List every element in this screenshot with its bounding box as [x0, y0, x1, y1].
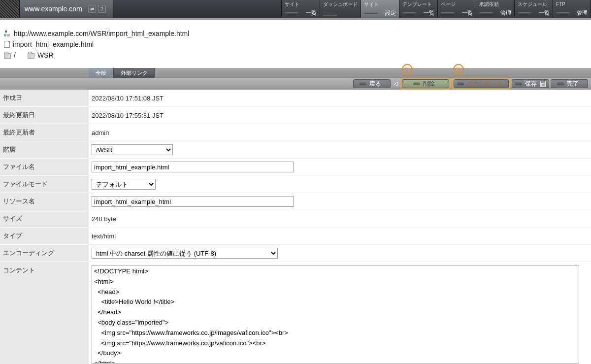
menu-top: 承認依頼: [479, 1, 511, 7]
menu-top: スケジュール: [518, 1, 550, 7]
label-filename: ファイル名: [0, 159, 89, 176]
button-label: 保存: [525, 80, 537, 88]
delete-button[interactable]: 削除: [402, 79, 449, 88]
menu-top: ダッシュボード: [323, 1, 358, 7]
button-indicator: [457, 82, 464, 85]
row-layer: 階層 /WSR: [0, 141, 591, 159]
menu-indicator: [364, 12, 378, 14]
row-encoding: エンコーディング html 中の charset 属性の値に従う (UTF-8): [0, 245, 591, 262]
filename-input[interactable]: [92, 162, 294, 172]
value-created: 2022/08/10 17:51:08 JST: [89, 90, 591, 107]
content-textarea[interactable]: [92, 265, 579, 364]
menu-bottom: 一覧: [539, 9, 550, 17]
row-size: サイズ 248 byte: [0, 210, 591, 228]
button-indicator: [557, 82, 564, 85]
file-name: import_html_example.html: [13, 40, 94, 48]
download-button[interactable]: ダウンロード: [454, 79, 509, 88]
menu-site-list[interactable]: サイト 一覧: [281, 0, 320, 18]
folder-icon: [4, 53, 11, 59]
row-filename: ファイル名: [0, 159, 591, 176]
label-created: 作成日: [0, 90, 89, 107]
swap-icon[interactable]: ⇄: [88, 5, 96, 13]
tab-general[interactable]: 全般: [89, 68, 114, 78]
row-resource: リソース名: [0, 193, 591, 210]
done-button[interactable]: 完了: [551, 79, 588, 88]
domain-text: www.example.com: [25, 5, 82, 13]
page-url: http://www.example.com/WSR/import_html_e…: [14, 30, 189, 37]
button-label: 完了: [567, 80, 579, 88]
menu-indicator: [556, 12, 570, 14]
menu-bottom: 一覧: [462, 9, 473, 17]
menu-pages[interactable]: ページ 一覧: [437, 0, 476, 18]
row-updated: 最終更新日 2022/08/10 17:55:31 JST: [0, 107, 591, 124]
menu-dashboard[interactable]: ダッシュボード: [320, 0, 361, 18]
label-type: タイプ: [0, 228, 89, 245]
header-spacer: [113, 0, 281, 18]
tab-external-links[interactable]: 外部リンク: [114, 68, 155, 78]
menu-indicator: [479, 12, 493, 14]
button-indicator: [515, 82, 522, 85]
url-row: http://www.example.com/WSR/import_html_e…: [4, 30, 581, 37]
tabs-bar: 全般 外部リンク: [0, 68, 591, 78]
properties-table: 作成日 2022/08/10 17:51:08 JST 最終更新日 2022/0…: [0, 90, 591, 364]
label-layer: 階層: [0, 141, 89, 159]
value-size: 248 byte: [89, 210, 591, 228]
menu-top: サイト: [285, 1, 317, 7]
button-label: ダウンロード: [467, 80, 502, 88]
row-content: コンテント: [0, 262, 591, 364]
menu-templates[interactable]: テンプレート 一覧: [399, 0, 437, 18]
filemode-select[interactable]: デフォルト: [92, 179, 156, 190]
menu-indicator: [285, 12, 298, 14]
layer-select[interactable]: /WSR: [92, 144, 173, 155]
tab-label: 外部リンク: [121, 69, 148, 77]
menu-schedule[interactable]: スケジュール 一覧: [514, 0, 553, 18]
row-created: 作成日 2022/08/10 17:51:08 JST: [0, 90, 591, 107]
resource-input[interactable]: [92, 196, 294, 207]
chevron-left-icon[interactable]: ◁: [392, 79, 399, 88]
label-filemode: ファイルモード: [0, 176, 89, 193]
save-button[interactable]: 保存: [512, 79, 549, 88]
menu-bottom: 一覧: [424, 9, 434, 17]
breadcrumb-sep: /: [14, 51, 16, 59]
menu-bottom: 一覧: [306, 9, 317, 17]
menu-top: サイト: [364, 1, 396, 7]
path-block: http://www.example.com/WSR/import_html_e…: [0, 20, 591, 68]
value-updated: 2022/08/10 17:55:31 JST: [89, 107, 591, 124]
menu-site-settings[interactable]: サイト 設定: [361, 0, 399, 18]
row-updater: 最終更新者 admin: [0, 124, 591, 141]
menu-ftp[interactable]: FTP 管理: [553, 0, 591, 18]
save-icon: [540, 80, 547, 87]
label-content: コンテント: [0, 262, 89, 364]
button-indicator: [360, 82, 366, 85]
breadcrumb-dir: WSR: [37, 51, 54, 59]
label-resource: リソース名: [0, 193, 89, 210]
folder-icon: [28, 53, 34, 59]
button-label: 戻る: [369, 80, 381, 88]
value-type: text/html: [89, 228, 591, 245]
tab-label: 全般: [96, 69, 106, 77]
back-button[interactable]: 戻る: [353, 79, 391, 88]
domain-display: www.example.com ⇄ ?: [20, 0, 113, 18]
menu-indicator: [402, 12, 416, 14]
encoding-select[interactable]: html 中の charset 属性の値に従う (UTF-8): [92, 248, 278, 259]
file-row: import_html_example.html: [4, 40, 581, 48]
menu-top: ページ: [441, 1, 473, 7]
highlight-delete: 削除: [400, 78, 451, 90]
sitemap-icon: [4, 30, 11, 37]
app-logo: [0, 0, 20, 18]
menu-bottom: 設定: [385, 9, 396, 17]
button-indicator: [413, 82, 420, 85]
header-menus: サイト 一覧 ダッシュボード サイト 設定 テンプレート 一覧 ページ 一覧 承…: [281, 0, 591, 18]
help-icon[interactable]: ?: [98, 5, 106, 13]
label-updated: 最終更新日: [0, 107, 89, 124]
menu-indicator: [441, 12, 455, 14]
highlight-download: ダウンロード: [452, 78, 510, 90]
top-header: www.example.com ⇄ ? サイト 一覧 ダッシュボード サイト 設…: [0, 0, 591, 18]
annotation-2: ②: [453, 64, 464, 75]
menu-top: FTP: [556, 1, 588, 7]
annotation-1: ①: [402, 64, 413, 75]
menu-approval[interactable]: 承認依頼 管理: [476, 0, 514, 18]
value-updater: admin: [89, 124, 591, 141]
label-updater: 最終更新者: [0, 124, 89, 141]
menu-bottom: 管理: [500, 9, 511, 17]
